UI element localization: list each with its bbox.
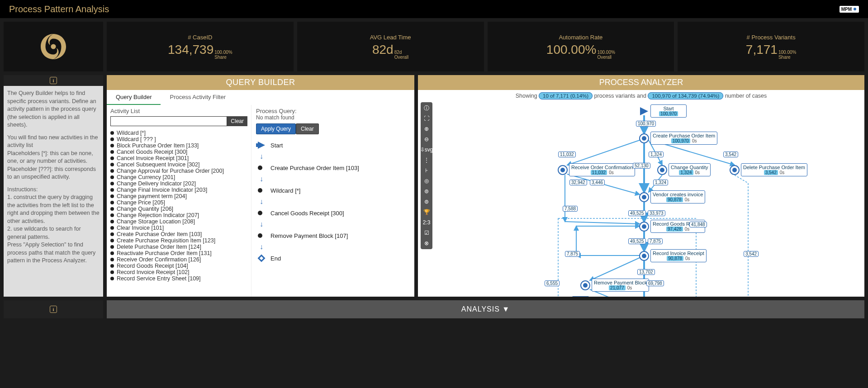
svg-line-16 <box>565 222 640 224</box>
edge-label: 3,446 <box>590 180 605 185</box>
ratio-icon[interactable]: 2:3 <box>422 218 432 227</box>
activity-item[interactable]: Change Delivery Indicator [202] <box>110 180 246 187</box>
clear-query-button[interactable]: Clear <box>296 123 319 134</box>
node-ring[interactable] <box>639 133 649 143</box>
process-node-create[interactable]: Create Purchase Order Item100,9700s <box>650 132 717 145</box>
edge-label: 69,798 <box>646 280 664 286</box>
check-icon[interactable]: ☑ <box>422 228 432 238</box>
node-ring[interactable] <box>639 106 649 116</box>
activity-item[interactable]: Change Currency [201] <box>110 174 246 180</box>
node-ring[interactable] <box>639 192 649 202</box>
activity-item[interactable]: Record Invoice Receipt [102] <box>110 269 246 275</box>
showing-summary: Showing 10 of 7,171 (0.14%) process vari… <box>418 90 864 102</box>
activity-item[interactable]: Record Service Entry Sheet [109] <box>110 275 246 282</box>
info-header: i <box>4 75 103 86</box>
edge-label: 3,542 <box>723 151 738 157</box>
edge-label: 7,875 <box>565 251 580 257</box>
activity-item[interactable]: Cancel Invoice Receipt [301] <box>110 155 246 161</box>
activity-item[interactable]: Delete Purchase Order Item [124] <box>110 244 246 250</box>
activity-item[interactable]: Create Purchase Requisition Item [123] <box>110 237 246 244</box>
node-ring[interactable] <box>730 165 740 175</box>
flow-act[interactable]: Cancel Goods Receipt [300] <box>256 207 410 219</box>
help-text: The Query Builder helps to find specific… <box>4 86 103 273</box>
activity-item[interactable]: Record Goods Receipt [104] <box>110 263 246 269</box>
flow-act[interactable]: Wildcard [*] <box>256 184 410 197</box>
edge-label: 13,702 <box>637 269 655 275</box>
variants-pill: 10 of 7,171 (0.14%) <box>539 92 593 99</box>
flow-act[interactable]: Remove Payment Block [107] <box>256 229 410 242</box>
clear-search-button[interactable]: Clear <box>227 116 247 126</box>
tab-activity-filter[interactable]: Process Activity Filter <box>161 90 235 105</box>
target2-icon[interactable]: ⊚ <box>422 186 432 196</box>
flow-arrow-icon: ↓ <box>260 152 410 161</box>
activity-item[interactable]: Change Approval for Purchase Order [200] <box>110 168 246 174</box>
node-ring[interactable] <box>657 165 667 175</box>
info-icon[interactable]: ⓘ <box>422 103 432 113</box>
activity-item[interactable]: Reactivate Purchase Order Item [131] <box>110 250 246 256</box>
zoom-out-icon[interactable]: ⊖ <box>422 134 432 144</box>
query-flow[interactable]: Start↓Create Purchase Order Item [103]↓W… <box>256 139 410 265</box>
process-node-start[interactable]: Start100,970 <box>650 104 687 118</box>
activity-item[interactable]: Change Price [205] <box>110 199 246 206</box>
zoom-in-icon[interactable]: ⊕ <box>422 124 432 134</box>
info-icon: i <box>50 306 57 313</box>
target3-icon[interactable]: ⊚ <box>422 197 432 207</box>
activity-list[interactable]: Wildcard [*]Wildcard [ ??? ]Block Purcha… <box>110 130 247 294</box>
apply-query-button[interactable]: Apply Query <box>256 123 296 134</box>
edge-label: 41,848 <box>689 222 707 227</box>
edge-label: 11,032 <box>558 151 576 157</box>
no-match-text: No match found <box>256 114 410 121</box>
activity-item[interactable]: Block Purchase Order Item [133] <box>110 142 246 149</box>
activity-item[interactable]: Change Quantity [206] <box>110 206 246 212</box>
activity-search-input[interactable] <box>110 116 227 126</box>
process-node-delete[interactable]: Delete Purchase Order Item3,5420s <box>741 163 807 176</box>
flow-start[interactable]: Start <box>256 139 410 151</box>
svg-line-11 <box>567 140 640 165</box>
activity-item[interactable]: Change Rejection Indicator [207] <box>110 212 246 218</box>
activity-item[interactable]: Wildcard [*] <box>110 130 246 136</box>
activity-item[interactable]: Create Purchase Order Item [103] <box>110 231 246 237</box>
svg-rect-2 <box>256 143 259 147</box>
activity-item[interactable]: Change Final Invoice Indicator [203] <box>110 187 246 193</box>
activity-list-label: Activity List <box>110 108 247 114</box>
flow-end[interactable]: End <box>256 252 410 265</box>
flow-arrow-icon: ↓ <box>260 243 410 251</box>
activity-item[interactable]: Clear Invoice [101] <box>110 225 246 231</box>
activity-item[interactable]: Cancel Subsequent Invoice [302] <box>110 161 246 168</box>
flow-act[interactable]: Create Purchase Order Item [103] <box>256 161 410 174</box>
kpi-tile: # Process Variants7,171100.00%Share <box>678 22 864 71</box>
process-node-receive[interactable]: Receive Order Confirmation11,0320s <box>569 163 635 176</box>
bottom-info-bar: i <box>4 300 103 318</box>
activity-item[interactable]: Wildcard [ ??? ] <box>110 136 246 142</box>
more-icon[interactable]: ⋮ <box>422 155 432 165</box>
reset-icon[interactable]: ⊗ <box>422 238 432 248</box>
node-ring[interactable] <box>580 280 590 290</box>
tab-query-builder[interactable]: Query Builder <box>107 90 161 105</box>
activity-item[interactable]: Change Storage Location [208] <box>110 218 246 225</box>
fullscreen-icon[interactable]: ⛶ <box>422 114 432 123</box>
process-analyzer-title: PROCESS ANALYZER <box>418 75 864 90</box>
kpi-tile: Automation Rate100.00%100.00%Overall <box>488 22 674 71</box>
process-node-invoice[interactable]: Record Invoice Receipt90,8780s <box>650 249 707 262</box>
node-ring[interactable] <box>639 222 649 232</box>
info-icon: i <box>50 77 57 84</box>
edge-label: 33,973 <box>648 210 665 216</box>
analysis-section-header[interactable]: ANALYSIS ▼ <box>107 300 864 318</box>
process-node-vendor[interactable]: Vendor creates invoice90,8780s <box>650 190 705 203</box>
process-graph[interactable]: Start100,970Create Purchase Order Item10… <box>418 102 864 297</box>
edge-label: 1,324 <box>649 151 664 157</box>
branch-icon[interactable]: ⊦ <box>422 166 432 175</box>
process-node-remove[interactable]: Remove Payment Block21,0770s <box>592 279 649 292</box>
download-svg-icon[interactable]: ⇩svg <box>422 145 432 155</box>
process-node-changeq[interactable]: Change Quantity1,3240s <box>669 163 711 176</box>
activity-item[interactable]: Change payment term [204] <box>110 193 246 199</box>
node-ring[interactable] <box>558 165 568 175</box>
activity-item[interactable]: Receive Order Confirmation [126] <box>110 256 246 263</box>
trophy-icon[interactable]: 🏆 <box>422 207 432 217</box>
target1-icon[interactable]: ◎ <box>422 176 432 186</box>
flow-arrow-icon: ↓ <box>260 220 410 228</box>
activity-item[interactable]: Cancel Goods Receipt [300] <box>110 149 246 155</box>
query-builder-title: QUERY BUILDER <box>107 75 414 90</box>
node-ring[interactable] <box>639 251 649 261</box>
edge-label: 32,942 <box>569 180 587 185</box>
